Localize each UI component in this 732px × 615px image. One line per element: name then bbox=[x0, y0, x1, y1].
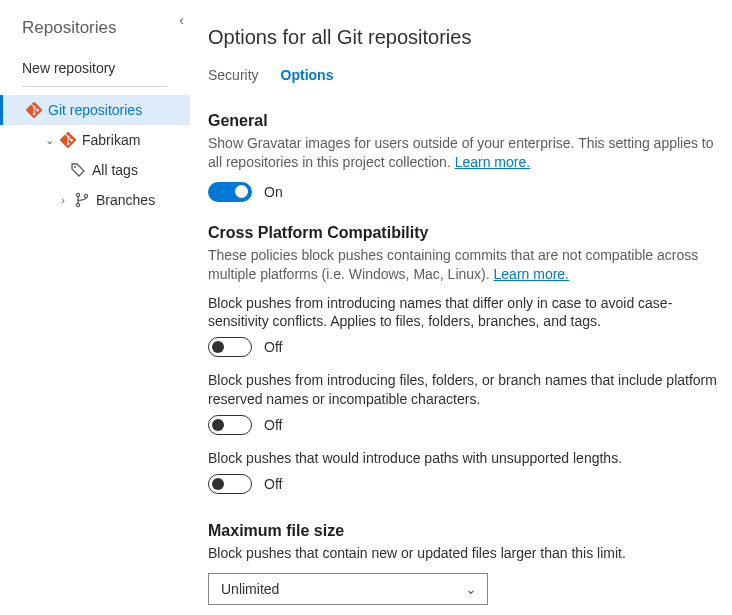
gravatar-toggle-row: On bbox=[208, 182, 720, 202]
main-content: Options for all Git repositories Securit… bbox=[190, 0, 732, 615]
general-description: Show Gravatar images for users outside o… bbox=[208, 134, 720, 172]
policy-toggle-row: Off bbox=[208, 337, 720, 357]
learn-more-link[interactable]: Learn more. bbox=[494, 266, 569, 282]
compat-heading: Cross Platform Compatibility bbox=[208, 224, 720, 242]
policy-toggle-row: Off bbox=[208, 415, 720, 435]
policy-toggle-row: Off bbox=[208, 474, 720, 494]
max-file-size-select[interactable]: Unlimited ⌄ bbox=[208, 573, 488, 605]
policy-reserved-names: Block pushes from introducing files, fol… bbox=[208, 371, 720, 435]
reserved-names-toggle[interactable] bbox=[208, 415, 252, 435]
svg-point-0 bbox=[74, 166, 76, 168]
svg-point-2 bbox=[76, 203, 79, 206]
general-heading: General bbox=[208, 112, 720, 130]
repo-tree: Git repositories ⌄ Fabrikam All tags › B… bbox=[0, 95, 190, 215]
sidebar: ‹ Repositories New repository Git reposi… bbox=[0, 0, 190, 615]
new-repository-link[interactable]: New repository bbox=[0, 52, 190, 86]
tab-options[interactable]: Options bbox=[281, 67, 334, 85]
chevron-down-icon: ⌄ bbox=[465, 581, 477, 597]
policy-case-sensitivity: Block pushes from introducing names that… bbox=[208, 294, 720, 358]
tree-label: Branches bbox=[96, 192, 155, 208]
compat-description: These policies block pushes containing c… bbox=[208, 246, 720, 284]
tree-item-all-tags[interactable]: All tags bbox=[0, 155, 190, 185]
svg-point-1 bbox=[76, 193, 79, 196]
page-title: Options for all Git repositories bbox=[208, 26, 720, 49]
gravatar-toggle[interactable] bbox=[208, 182, 252, 202]
sidebar-divider bbox=[22, 86, 168, 87]
toggle-state: Off bbox=[264, 476, 282, 492]
tree-item-git-repositories[interactable]: Git repositories bbox=[0, 95, 190, 125]
toggle-state: Off bbox=[264, 339, 282, 355]
tree-label: Git repositories bbox=[48, 102, 142, 118]
collapse-sidebar-icon[interactable]: ‹ bbox=[179, 12, 184, 28]
svg-point-3 bbox=[84, 194, 87, 197]
git-repo-icon bbox=[26, 102, 42, 118]
policy-text: Block pushes that would introduce paths … bbox=[208, 449, 720, 468]
chevron-right-icon: › bbox=[58, 194, 68, 206]
tree-item-branches[interactable]: › Branches bbox=[0, 185, 190, 215]
tree-label: Fabrikam bbox=[82, 132, 140, 148]
policy-text: Block pushes from introducing files, fol… bbox=[208, 371, 720, 409]
toggle-state: Off bbox=[264, 417, 282, 433]
tag-icon bbox=[70, 162, 86, 178]
maxsize-description: Block pushes that contain new or updated… bbox=[208, 544, 720, 563]
gravatar-toggle-state: On bbox=[264, 184, 283, 200]
case-sensitivity-toggle[interactable] bbox=[208, 337, 252, 357]
compat-description-text: These policies block pushes containing c… bbox=[208, 247, 698, 282]
branch-icon bbox=[74, 192, 90, 208]
policy-text: Block pushes from introducing names that… bbox=[208, 294, 720, 332]
sidebar-title: Repositories bbox=[0, 18, 190, 52]
tab-bar: Security Options bbox=[208, 67, 720, 86]
tree-label: All tags bbox=[92, 162, 138, 178]
path-length-toggle[interactable] bbox=[208, 474, 252, 494]
tab-security[interactable]: Security bbox=[208, 67, 259, 85]
policy-path-length: Block pushes that would introduce paths … bbox=[208, 449, 720, 494]
git-repo-icon bbox=[60, 132, 76, 148]
maxsize-heading: Maximum file size bbox=[208, 522, 720, 540]
select-value: Unlimited bbox=[221, 581, 279, 597]
chevron-down-icon: ⌄ bbox=[44, 134, 54, 147]
learn-more-link[interactable]: Learn more. bbox=[455, 154, 530, 170]
tree-item-fabrikam[interactable]: ⌄ Fabrikam bbox=[0, 125, 190, 155]
